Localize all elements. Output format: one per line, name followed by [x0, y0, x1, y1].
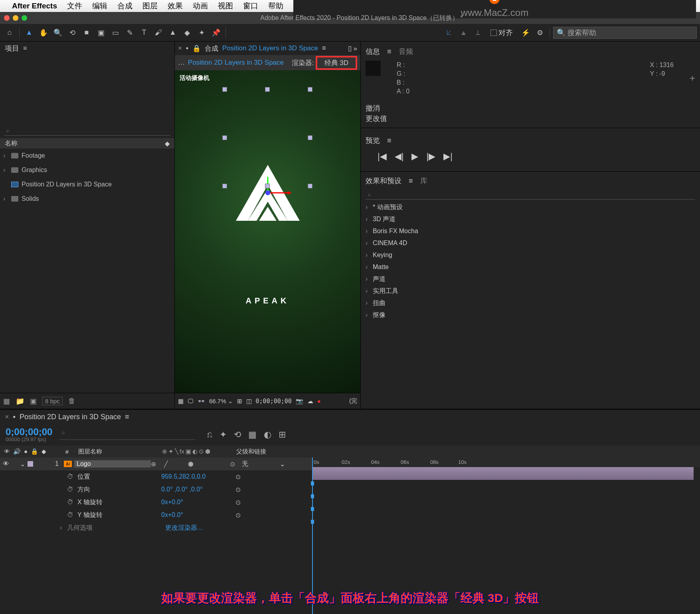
panel-menu-icon[interactable]: ≡ — [387, 48, 392, 56]
help-search[interactable]: 🔍 搜索帮助 — [553, 27, 697, 39]
visibility-toggle[interactable]: 👁 — [0, 460, 12, 467]
col-number[interactable]: # — [56, 448, 78, 455]
minimize-button[interactable] — [13, 15, 18, 21]
current-time[interactable]: 0;00;00;00 — [6, 428, 52, 436]
geo-options[interactable]: 几何选项 — [67, 524, 165, 532]
new-folder-icon[interactable]: 📁 — [16, 397, 24, 406]
keyframe-icon[interactable] — [311, 520, 314, 524]
type-tool-icon[interactable]: T — [138, 26, 150, 39]
stopwatch-icon[interactable]: ⏱ — [67, 511, 75, 519]
effects-search[interactable]: ⌕ — [366, 189, 695, 200]
fx-category[interactable]: ›CINEMA 4D — [361, 237, 700, 249]
time-ruler[interactable]: 0s 02s 04s 06s 08s 10s — [312, 458, 700, 467]
composition-viewport[interactable]: 活动摄像机 — [175, 70, 360, 393]
keyframe-icon[interactable] — [311, 507, 314, 511]
app-name[interactable]: After Effects — [12, 2, 57, 10]
camera-tool-icon[interactable]: ■ — [80, 26, 93, 39]
trash-icon[interactable]: 🗑 — [68, 397, 75, 405]
close-button[interactable] — [4, 15, 10, 21]
new-comp-icon[interactable]: ▣ — [30, 397, 37, 406]
region-icon[interactable]: ◫ — [246, 398, 252, 405]
axis-local-icon[interactable]: ⟀ — [443, 26, 455, 39]
axis-world-icon[interactable]: ⟁ — [457, 26, 470, 39]
next-frame-icon[interactable]: |▶ — [426, 151, 435, 162]
selection-tool-icon[interactable]: ▲ — [23, 26, 36, 39]
gear-icon[interactable]: ⚙ — [534, 26, 546, 39]
property-orientation[interactable]: ⏱方向0.0° ,0.0° ,0.0°⊙ — [0, 483, 312, 496]
panel-menu-icon[interactable]: ≡ — [125, 413, 129, 421]
renderer-button[interactable]: 经典 3D — [321, 58, 352, 67]
folder-solids[interactable]: ›Solids — [0, 192, 174, 206]
keyframe-icon[interactable] — [311, 494, 314, 498]
maximize-button[interactable] — [22, 15, 27, 21]
twirl-icon[interactable]: ⌄ — [20, 460, 25, 468]
property-yrotation[interactable]: ⏱Y 轴旋转0x+0.0°⊙ — [0, 509, 312, 521]
brush-tool-icon[interactable]: 🖌 — [152, 26, 165, 39]
property-position[interactable]: ⏱位置959.5,282.0,0.0⊙ — [0, 470, 312, 483]
wand-icon[interactable]: ⚡ — [519, 26, 532, 39]
viewer-timecode[interactable]: 0;00;00;00 — [256, 398, 292, 405]
roto-tool-icon[interactable]: ✦ — [195, 26, 208, 39]
stopwatch-icon[interactable]: ⏱ — [67, 486, 75, 493]
menu-composition[interactable]: 合成 — [117, 1, 132, 11]
layer-bar[interactable] — [312, 467, 694, 480]
menu-file[interactable]: 文件 — [67, 1, 82, 11]
pickwhip-icon[interactable]: ⊙ — [225, 460, 239, 468]
pan-behind-tool-icon[interactable]: ▣ — [95, 26, 107, 39]
panel-menu-icon[interactable]: ≡ — [23, 45, 27, 52]
stopwatch-icon[interactable]: ⏱ — [67, 499, 75, 506]
home-icon[interactable]: ⌂ — [3, 26, 16, 39]
label-col-icon[interactable]: ◆ — [42, 448, 46, 455]
rectangle-tool-icon[interactable]: ▭ — [109, 26, 122, 39]
bounding-box[interactable] — [225, 89, 310, 186]
play-icon[interactable]: ▶ — [411, 151, 418, 162]
speaker-col-icon[interactable]: 🔊 — [13, 448, 21, 455]
eye-col-icon[interactable]: 👁 — [4, 448, 10, 455]
lock-col-icon[interactable]: 🔒 — [31, 448, 38, 455]
info-tab[interactable]: 信息 — [366, 47, 380, 56]
snapshot-icon[interactable]: 📷 — [296, 398, 303, 405]
switch-icon[interactable]: ⊕ — [162, 448, 167, 455]
fx-category[interactable]: ›Boris FX Mocha — [361, 225, 700, 237]
col-layer-name[interactable]: 图层名称 — [78, 448, 162, 456]
parent-dropdown[interactable]: 无⌄ — [239, 460, 287, 468]
chevron-down-icon[interactable]: ⌄ — [228, 398, 233, 405]
solo-col-icon[interactable]: ● — [24, 448, 28, 455]
timeline-tab[interactable]: Position 2D Layers in 3D Space — [20, 413, 121, 421]
resolution-icon[interactable]: ⊞ — [237, 398, 242, 405]
comp-mini-icon[interactable]: ⎌ — [207, 430, 212, 440]
graph-icon[interactable]: ⊞ — [279, 430, 286, 440]
menu-window[interactable]: 窗口 — [243, 1, 258, 11]
comp-item[interactable]: Position 2D Layers in 3D Space — [0, 177, 174, 192]
fx-category[interactable]: ›3D 声道 — [361, 213, 700, 225]
panel-menu-icon[interactable]: ≡ — [387, 137, 392, 145]
menu-edit[interactable]: 编辑 — [92, 1, 107, 11]
fx-category[interactable]: ›声道 — [361, 273, 700, 285]
bpc-button[interactable]: 8 bpc — [42, 397, 63, 405]
panel-menu-icon[interactable]: ≡ — [322, 44, 326, 52]
zoom-tool-icon[interactable]: 🔍 — [51, 26, 64, 39]
menu-view[interactable]: 视图 — [218, 1, 233, 11]
folder-footage[interactable]: ›Footage — [0, 149, 174, 163]
fx-category[interactable]: ›抠像 — [361, 309, 700, 321]
orbit-tool-icon[interactable]: ⟲ — [66, 26, 79, 39]
3d-toggle-icon[interactable]: ⬢ — [188, 460, 194, 468]
frame-blend-icon[interactable]: ▦ — [248, 430, 257, 440]
fx-category[interactable]: ›* 动画预设 — [361, 201, 700, 213]
change-renderer-link[interactable]: 更改渲染器... — [165, 524, 202, 532]
first-frame-icon[interactable]: |◀ — [378, 151, 387, 162]
flow-name[interactable]: Position 2D Layers in 3D Space — [188, 59, 284, 67]
timeline-search[interactable]: ⌕ — [59, 430, 195, 440]
fx-category[interactable]: ›Matte — [361, 261, 700, 273]
last-frame-icon[interactable]: ▶| — [443, 151, 453, 162]
close-tab-icon[interactable]: × — [5, 413, 9, 421]
flowchart-icon[interactable]: ▯ » — [348, 44, 357, 53]
keyframe-icon[interactable] — [311, 481, 314, 485]
motion-blur-icon[interactable]: ◐ — [264, 430, 271, 440]
puppet-tool-icon[interactable]: 📌 — [210, 26, 222, 39]
pen-tool-icon[interactable]: ✎ — [123, 26, 136, 39]
folder-graphics[interactable]: ›Graphics — [0, 163, 174, 177]
col-type-icon[interactable]: ◆ — [165, 140, 170, 147]
fx-category[interactable]: ›扭曲 — [361, 297, 700, 309]
col-parent[interactable]: 父级和链接 — [236, 448, 312, 456]
